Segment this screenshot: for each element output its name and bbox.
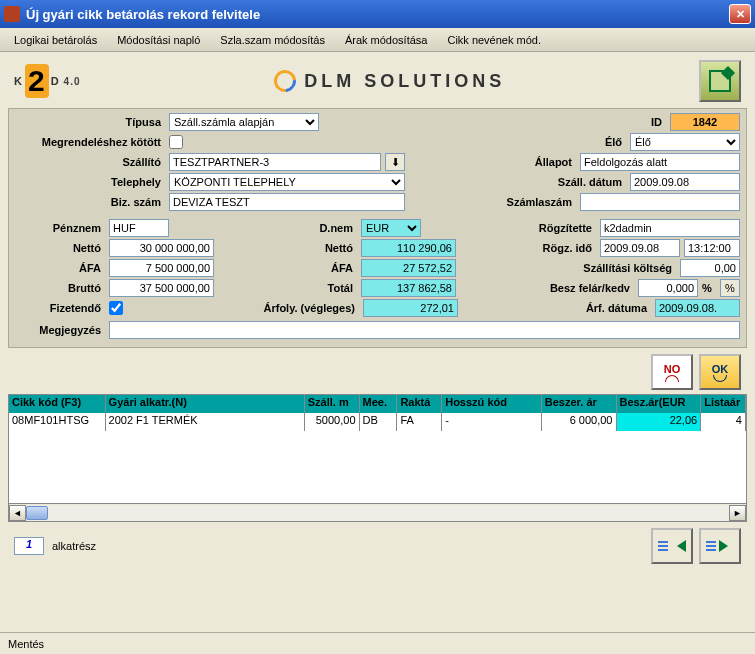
ok-button[interactable]: OK [699,354,741,390]
next-button[interactable] [699,528,741,564]
status-text: Mentés [8,638,44,650]
field-rogzido-time[interactable] [684,239,740,257]
col-mee[interactable]: Mee. [360,395,398,413]
field-brutto[interactable] [109,279,214,297]
menu-cikknev[interactable]: Cikk nevének mód. [437,31,551,49]
footer: 1 alkatrész [0,522,755,570]
field-total[interactable] [361,279,456,297]
field-afa-eur[interactable] [361,259,456,277]
lbl-total: Totál [287,282,357,294]
field-arfoly[interactable] [363,299,458,317]
app-icon [4,6,20,22]
field-szallkolt[interactable] [680,259,740,277]
edit-button[interactable] [699,60,741,102]
titlebar: Új gyári cikk betárolás rekord felvitele… [0,0,755,28]
lbl-szallkolt: Szállítási költség [583,262,676,274]
field-rogzido-date[interactable] [600,239,680,257]
field-megjegyzes[interactable] [109,321,740,339]
arrow-right-icon [719,540,734,552]
lbl-telephely: Telephely [15,176,165,188]
field-allapot[interactable] [580,153,740,171]
table-row[interactable]: 08MF101HTSG 2002 F1 TERMÉK 5000,00 DB FA… [9,413,746,431]
field-szalldatum[interactable] [630,173,740,191]
grid-header: Cikk kód (F3) Gyári alkatr.(N) Száll. m … [9,395,746,413]
select-dnem[interactable]: EUR [361,219,421,237]
count-box: 1 [14,537,44,555]
form-panel: Típusa Száll.számla alapján ID Megrendel… [8,108,747,348]
select-elo[interactable]: Élő [630,133,740,151]
header: K 2 D 4.0 DLM SOLUTIONS [0,52,755,108]
lbl-rogzido: Rögz. idő [543,242,597,254]
close-button[interactable]: ✕ [729,4,751,24]
select-telephely[interactable]: KÖZPONTI TELEPHELY [169,173,405,191]
col-besz[interactable]: Beszer. ár [542,395,617,413]
lines-icon [658,541,668,551]
col-nev[interactable]: Gyári alkatr.(N) [106,395,305,413]
cell-hosszu: - [442,413,542,431]
menu-logikai[interactable]: Logikai betárolás [4,31,107,49]
field-beszfelar[interactable] [638,279,698,297]
edit-icon [709,70,731,92]
dlm-logo: DLM SOLUTIONS [81,70,700,92]
lbl-beszfelar: Besz felár/kedv [550,282,634,294]
down-arrow-icon: ⬇ [391,156,400,169]
scroll-thumb[interactable] [26,506,48,520]
col-cikk[interactable]: Cikk kód (F3) [9,395,106,413]
cell-besz: 6 000,00 [542,413,617,431]
col-list[interactable]: Listaár [701,395,746,413]
percent-button[interactable]: % [720,279,740,297]
horizontal-scrollbar[interactable]: ◄ ► [9,503,746,521]
k2d-logo: K 2 D 4.0 [14,64,81,98]
col-eur[interactable]: Besz.ár(EUR [617,395,702,413]
lbl-bizszam: Biz. szám [15,196,165,208]
field-afa[interactable] [109,259,214,277]
lookup-szallito-button[interactable]: ⬇ [385,153,405,171]
scroll-track[interactable] [26,505,729,521]
lbl-penznem: Pénznem [15,222,105,234]
select-tipusa[interactable]: Száll.számla alapján [169,113,319,131]
lbl-arfdatum: Árf. dátuma [586,302,651,314]
cell-nev: 2002 F1 TERMÉK [106,413,305,431]
frown-icon [665,375,679,382]
lbl-dnem: D.nem [287,222,357,234]
field-arfdatum[interactable] [655,299,740,317]
lbl-id: ID [651,116,666,128]
field-id[interactable] [670,113,740,131]
scroll-left-button[interactable]: ◄ [9,505,26,521]
prev-button[interactable] [651,528,693,564]
col-hosszu[interactable]: Hosszú kód [442,395,542,413]
cell-rakt: FA [397,413,442,431]
lbl-allapot: Állapot [535,156,576,168]
arrow-left-icon [671,540,686,552]
field-netto[interactable] [109,239,214,257]
menu-modositasi[interactable]: Módosítási napló [107,31,210,49]
menu-arak[interactable]: Árak módosítása [335,31,438,49]
grid-body: 08MF101HTSG 2002 F1 TERMÉK 5000,00 DB FA… [9,413,746,503]
lbl-tipusa: Típusa [15,116,165,128]
field-szamlaszam[interactable] [580,193,740,211]
lbl-brutto: Bruttó [15,282,105,294]
field-penznem[interactable] [109,219,169,237]
lbl-percent: % [702,282,716,294]
percent-icon: % [725,282,735,294]
field-szallito[interactable] [169,153,381,171]
no-button[interactable]: NO [651,354,693,390]
field-bizszam[interactable] [169,193,405,211]
field-netto-eur[interactable] [361,239,456,257]
cell-cikk: 08MF101HTSG [9,413,106,431]
field-rogz[interactable] [600,219,740,237]
chk-fizetendo[interactable] [109,301,123,315]
lbl-megjegyzes: Megjegyzés [15,324,105,336]
lbl-elo: Élő [605,136,626,148]
lbl-afa2: ÁFA [287,262,357,274]
scroll-right-button[interactable]: ► [729,505,746,521]
statusbar: Mentés [0,632,755,654]
button-bar: NO OK [0,348,755,394]
lbl-megr: Megrendeléshez kötött [15,136,165,148]
data-grid: Cikk kód (F3) Gyári alkatr.(N) Száll. m … [8,394,747,522]
lbl-arfoly: Árfoly. (végleges) [171,302,359,314]
col-szall[interactable]: Száll. m [305,395,360,413]
col-rakt[interactable]: Raktá [397,395,442,413]
menu-szlaszam[interactable]: Szla.szam módosítás [210,31,335,49]
chk-megrendeles[interactable] [169,135,183,149]
